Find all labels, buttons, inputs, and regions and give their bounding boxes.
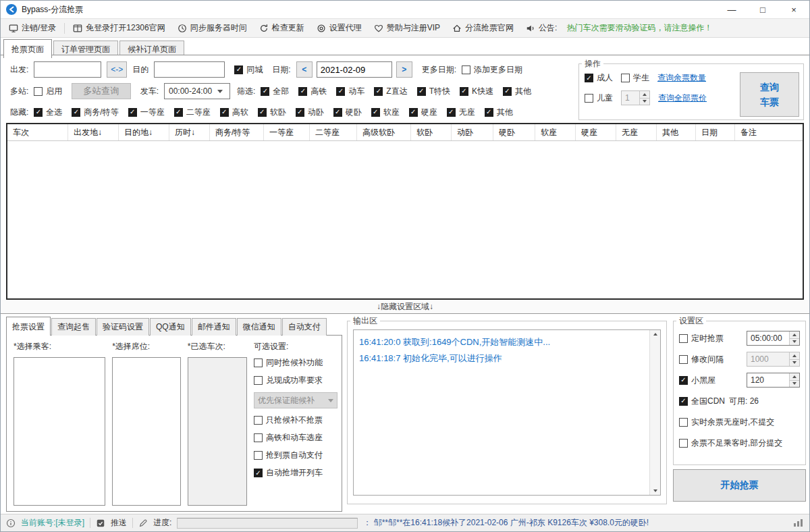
waitlist-同时-checkbox[interactable]: 同时抢候补功能 (254, 357, 338, 369)
interval-stepper[interactable]: 1000 (747, 352, 800, 367)
seat-hide-options: 全选 商务/特等 一等座 二等座 高软 软卧 动卧 硬卧 软座 硬座 无座 其他 (34, 107, 512, 118)
more-dates-label: 更多日期: (422, 64, 456, 76)
filter-all-checkbox[interactable]: 全部 (261, 86, 289, 97)
dest-input[interactable] (154, 61, 225, 78)
adult-checkbox[interactable]: 成人 (585, 72, 613, 84)
depart-input[interactable] (34, 61, 101, 78)
hide-second-class-checkbox[interactable]: 二等座 (174, 107, 211, 118)
hide-dongwo-checkbox[interactable]: 动卧 (296, 107, 324, 118)
form-row-hide: 隐藏: 全选 商务/特等 一等座 二等座 高软 软卧 动卧 硬卧 软座 硬座 无… (10, 103, 513, 121)
filter-zhida-checkbox[interactable]: Z直达 (374, 86, 407, 97)
cdn-checkbox[interactable]: 全国CDN (679, 396, 725, 407)
col-duration[interactable]: 历时↓ (169, 124, 210, 140)
hide-yingzuo-checkbox[interactable]: 硬座 (409, 107, 437, 118)
filter-tekuai-checkbox[interactable]: T特快 (417, 86, 450, 97)
start-grab-button[interactable]: 开始抢票 (673, 469, 806, 502)
tab-wechat-notify[interactable]: 微信通知 (237, 318, 281, 336)
spinner-up-button[interactable] (640, 91, 649, 98)
hide-ruanwo-checkbox[interactable]: 软卧 (258, 107, 286, 118)
tab-qq-notify[interactable]: QQ通知 (150, 318, 191, 336)
hide-other-checkbox[interactable]: 其他 (485, 107, 513, 118)
toolbar-set-proxy[interactable]: 设置代理 (313, 20, 366, 36)
depart-time-select[interactable]: 00:00-24:00 (164, 83, 230, 99)
waitlist-priority-select[interactable]: 优先保证能候补 (254, 392, 338, 408)
scroll-up-icon[interactable] (653, 333, 657, 336)
interval-checkbox[interactable]: 修改间隔 (679, 354, 724, 365)
spinner-up-button[interactable] (790, 373, 799, 380)
spinner-down-button[interactable] (790, 359, 799, 367)
tab-grab-settings[interactable]: 抢票设置 (6, 317, 51, 336)
date-next-button[interactable]: > (396, 61, 412, 78)
child-checkbox[interactable]: 儿童 (585, 92, 613, 104)
student-checkbox[interactable]: 学生 (621, 72, 649, 84)
swap-stations-button[interactable]: <-> (107, 61, 127, 78)
table-header-row: 车次 出发地↓ 目的地↓ 历时↓ 商务/特等 一等座 二等座 高级软卧 软卧 动… (7, 124, 803, 141)
spinner-down-button[interactable] (640, 98, 649, 105)
child-count-stepper[interactable]: 1 (621, 90, 650, 105)
hide-gaoruan-checkbox[interactable]: 高软 (220, 107, 248, 118)
spinner-up-button[interactable] (790, 352, 799, 359)
checkbox-icon (336, 87, 345, 96)
date-input[interactable] (317, 61, 392, 78)
col-origin[interactable]: 出发地↓ (68, 124, 119, 140)
partial-submit-checkbox[interactable]: 余票不足乘客时,部分提交 (679, 437, 782, 449)
timed-grab-checkbox[interactable]: 定时抢票 (679, 333, 724, 344)
toolbar-official-site[interactable]: 分流抢票官网 (448, 20, 518, 36)
close-button[interactable]: × (778, 1, 809, 18)
blackroom-checkbox[interactable]: 小黑屋 (679, 375, 716, 386)
seat-listbox[interactable] (112, 357, 181, 506)
filter-kuaisu-checkbox[interactable]: K快速 (460, 86, 493, 97)
maximize-button[interactable]: □ (747, 1, 778, 18)
tab-captcha-settings[interactable]: 验证码设置 (97, 318, 149, 336)
query-price-link[interactable]: 查询全部票价 (658, 92, 707, 104)
timed-grab-stepper[interactable]: 05:00:00 (747, 331, 800, 346)
toolbar-check-update[interactable]: 检查更新 (255, 20, 308, 36)
add-more-dates-checkbox[interactable]: 添加更多日期 (462, 64, 522, 76)
seat-selection-checkbox[interactable]: 高铁和动车选座 (254, 432, 338, 444)
hide-wuzuo-checkbox[interactable]: 无座 (447, 107, 475, 118)
toolbar-sync-time[interactable]: 同步服务器时间 (173, 20, 251, 36)
spinner-up-button[interactable] (790, 331, 799, 338)
no-seat-no-submit-checkbox[interactable]: 实时余票无座时,不提交 (679, 417, 774, 428)
filter-dongche-checkbox[interactable]: 动车 (336, 86, 364, 97)
col-train-number[interactable]: 车次 (7, 124, 68, 140)
hide-business-checkbox[interactable]: 商务/特等 (72, 107, 118, 118)
toolbar-sponsor-vip[interactable]: 赞助与注册VIP (370, 20, 444, 36)
tab-grab-page[interactable]: 抢票页面 (3, 39, 52, 58)
spinner-down-button[interactable] (790, 338, 799, 346)
titlebar: Bypass-分流抢票 — □ × (1, 1, 809, 18)
hide-all-checkbox[interactable]: 全选 (34, 107, 62, 118)
filter-other-checkbox[interactable]: 其他 (503, 86, 531, 97)
filter-gaotie-checkbox[interactable]: 高铁 (298, 86, 327, 97)
checkbox-icon (333, 108, 342, 117)
hide-settings-divider[interactable]: ↓隐藏设置区域↓ (1, 300, 809, 314)
passenger-listbox[interactable] (14, 357, 105, 506)
operation-group: 操作 成人 学生 查询余票数量 儿童 1 查询全部票价 (578, 58, 804, 120)
multi-enable-checkbox[interactable]: 启用 (34, 86, 62, 97)
date-prev-button[interactable]: < (296, 61, 313, 78)
tab-email-notify[interactable]: 邮件通知 (192, 318, 236, 336)
push-label[interactable]: 推送 (111, 517, 127, 529)
auto-grab-extra-trains-checkbox[interactable]: 自动抢增开列车 (254, 467, 338, 479)
query-remaining-link[interactable]: 查询余票数量 (657, 72, 706, 84)
scroll-down-icon[interactable] (653, 489, 657, 492)
selected-train-listbox[interactable] (188, 357, 247, 506)
spinner-down-button[interactable] (790, 380, 799, 388)
waitlist-only-checkbox[interactable]: 只抢候补不抢票 (254, 415, 338, 426)
toolbar-logout-login[interactable]: 注销/登录 (5, 20, 60, 36)
same-city-checkbox[interactable]: 同城 (234, 64, 263, 76)
hide-yingwo-checkbox[interactable]: 硬卧 (333, 107, 362, 118)
auto-pay-checkbox[interactable]: 抢到票自动支付 (254, 450, 338, 461)
tab-auto-pay[interactable]: 自动支付 (282, 318, 327, 336)
query-tickets-button[interactable]: 查询车票 (740, 72, 799, 117)
redeem-rate-checkbox[interactable]: 兑现成功率要求 (254, 375, 338, 386)
hide-first-class-checkbox[interactable]: 一等座 (128, 107, 165, 118)
tab-query-sale-start[interactable]: 查询起售 (51, 318, 96, 336)
multi-query-button[interactable]: 多站查询 (72, 83, 130, 99)
hide-ruanzuo-checkbox[interactable]: 软座 (371, 107, 400, 118)
col-destination[interactable]: 目的地↓ (119, 124, 169, 140)
toolbar-open-12306[interactable]: 免登录打开12306官网 (69, 20, 169, 36)
minimize-button[interactable]: — (716, 1, 747, 18)
output-scrollbar[interactable] (649, 330, 660, 495)
blackroom-stepper[interactable]: 120 (747, 373, 800, 388)
